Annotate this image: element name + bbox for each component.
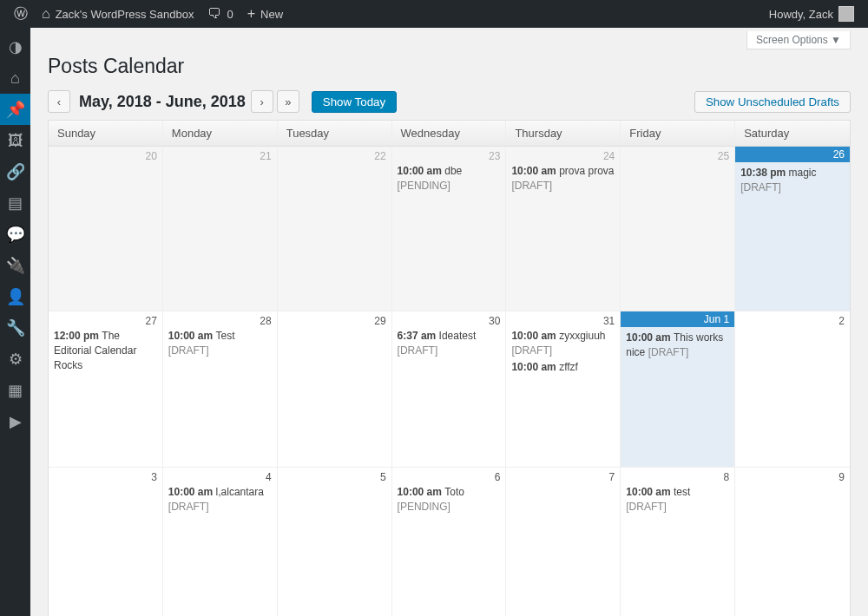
post-status: [DRAFT] — [626, 501, 667, 513]
day-number: 2 — [740, 315, 845, 327]
calendar-post[interactable]: 10:00 am This works nice [DRAFT] — [626, 331, 729, 360]
post-title: l,alcantara — [216, 486, 264, 498]
new-label: New — [260, 8, 283, 21]
calendar-post[interactable]: 10:00 am dbe [PENDING] — [398, 164, 501, 193]
collapse-icon: ▶ — [10, 412, 22, 431]
sidebar-item-settings[interactable]: ⚙ — [0, 344, 30, 375]
day-number: 29 — [283, 315, 386, 327]
calendar: SundayMondayTuesdayWednesdayThursdayFrid… — [48, 120, 851, 616]
user-icon: 👤 — [6, 287, 25, 306]
calendar-cell[interactable]: 3110:00 am zyxxgiuuh [DRAFT]10:00 am zff… — [506, 311, 621, 468]
sidebar-item-comment[interactable]: 💬 — [0, 219, 30, 250]
admin-sidebar: ◑⌂📌🖼🔗▤💬🔌👤🔧⚙▦▶ — [0, 28, 30, 616]
calendar-post[interactable]: 10:00 am prova prova [DRAFT] — [511, 164, 615, 193]
calendar-cell[interactable]: 410:00 am l,alcantara [DRAFT] — [163, 468, 278, 616]
day-header: Sunday — [49, 121, 163, 146]
post-status: [DRAFT] — [511, 180, 552, 192]
calendar-cell[interactable]: 2310:00 am dbe [PENDING] — [392, 147, 507, 311]
calendar-cell[interactable]: 22 — [278, 147, 392, 311]
day-number: 27 — [54, 315, 157, 327]
calendar-cell[interactable]: 2610:38 pm magic [DRAFT] — [735, 147, 850, 311]
calendar-cell[interactable]: 3 — [49, 468, 163, 616]
calendar-post[interactable]: 6:37 am Ideatest [DRAFT] — [398, 329, 501, 358]
avatar — [838, 6, 854, 22]
calendar-weeks: 2021222310:00 am dbe [PENDING]2410:00 am… — [49, 147, 850, 616]
sidebar-item-square[interactable]: ▦ — [0, 375, 30, 406]
sidebar-item-dashboard[interactable]: ◑ — [0, 31, 30, 62]
calendar-cell[interactable]: 7 — [506, 468, 621, 616]
calendar-cell[interactable]: 9 — [735, 468, 850, 616]
next-button[interactable]: › — [251, 90, 273, 113]
link-icon: 🔗 — [6, 162, 25, 181]
post-status: [DRAFT] — [168, 501, 209, 513]
new-link[interactable]: +New — [240, 0, 290, 28]
post-time: 10:00 am — [398, 486, 445, 498]
sidebar-item-plugin[interactable]: 🔌 — [0, 250, 30, 281]
calendar-post[interactable]: 10:00 am Test [DRAFT] — [168, 329, 272, 358]
screen-options-wrap: Screen Options ▼ — [48, 28, 851, 53]
calendar-cell[interactable]: Jun 110:00 am This works nice [DRAFT] — [621, 311, 735, 468]
calendar-post[interactable]: 10:00 am Toto [PENDING] — [398, 485, 501, 514]
calendar-cell[interactable]: 5 — [278, 468, 392, 616]
plus-icon: + — [247, 7, 255, 21]
sidebar-item-user[interactable]: 👤 — [0, 281, 30, 312]
calendar-cell[interactable]: 2810:00 am Test [DRAFT] — [163, 311, 278, 468]
sidebar-item-link[interactable]: 🔗 — [0, 156, 30, 187]
day-header: Wednesday — [392, 121, 507, 146]
post-status: [DRAFT] — [511, 344, 552, 357]
site-link[interactable]: ⌂Zack's WordPress Sandbox — [35, 0, 201, 28]
sidebar-item-page[interactable]: ▤ — [0, 187, 30, 219]
fast-forward-button[interactable]: » — [277, 90, 299, 113]
post-title: Toto — [444, 486, 464, 498]
sidebar-item-media[interactable]: 🖼 — [0, 125, 30, 156]
comments-link[interactable]: 🗨0 — [201, 0, 240, 28]
calendar-cell[interactable]: 810:00 am test [DRAFT] — [621, 468, 735, 616]
calendar-cell[interactable]: 2410:00 am prova prova [DRAFT] — [506, 147, 621, 311]
show-unscheduled-drafts-button[interactable]: Show Unscheduled Drafts — [694, 91, 851, 113]
sidebar-item-pin[interactable]: 📌 — [0, 94, 30, 125]
day-number: 4 — [168, 471, 272, 483]
sidebar-item-home[interactable]: ⌂ — [0, 62, 30, 94]
day-number: 26 — [735, 147, 850, 162]
post-title: test — [674, 486, 690, 498]
wordpress-logo[interactable]: ⓦ — [7, 0, 35, 28]
post-status: [PENDING] — [398, 501, 450, 513]
screen-options-button[interactable]: Screen Options ▼ — [746, 31, 851, 49]
calendar-cell[interactable]: 306:37 am Ideatest [DRAFT] — [392, 311, 507, 468]
calendar-post[interactable]: 12:00 pm The Editorial Calendar Rocks — [54, 329, 157, 372]
calendar-post[interactable]: 10:00 am l,alcantara [DRAFT] — [168, 485, 272, 514]
post-time: 10:00 am — [511, 361, 559, 373]
day-header: Friday — [621, 121, 735, 146]
howdy-link[interactable]: Howdy, Zack — [762, 0, 861, 28]
calendar-post[interactable]: 10:00 am test [DRAFT] — [626, 485, 729, 514]
comments-count: 0 — [227, 8, 233, 21]
calendar-cell[interactable]: 610:00 am Toto [PENDING] — [392, 468, 507, 616]
sidebar-item-collapse[interactable]: ▶ — [0, 406, 30, 437]
show-today-button[interactable]: Show Today — [312, 91, 397, 113]
howdy-text: Howdy, Zack — [769, 8, 833, 21]
post-time: 12:00 pm — [54, 330, 102, 342]
prev-button[interactable]: ‹ — [48, 90, 70, 113]
calendar-cell[interactable]: 29 — [278, 311, 392, 468]
date-range: May, 2018 - June, 2018 — [79, 93, 246, 111]
calendar-cell[interactable]: 25 — [621, 147, 735, 311]
calendar-week: 3410:00 am l,alcantara [DRAFT]5610:00 am… — [49, 468, 850, 616]
calendar-post[interactable]: 10:38 pm magic [DRAFT] — [740, 166, 845, 195]
calendar-cell[interactable]: 2712:00 pm The Editorial Calendar Rocks — [49, 311, 163, 468]
post-title: zffzf — [559, 361, 578, 373]
post-time: 10:00 am — [626, 331, 674, 344]
sidebar-item-tool[interactable]: 🔧 — [0, 312, 30, 344]
calendar-cell[interactable]: 21 — [163, 147, 278, 311]
square-icon: ▦ — [8, 381, 23, 400]
calendar-cell[interactable]: 20 — [49, 147, 163, 311]
post-time: 10:38 pm — [740, 167, 788, 179]
day-number: 8 — [626, 471, 729, 483]
calendar-post[interactable]: 10:00 am zyxxgiuuh [DRAFT] — [511, 329, 615, 358]
dashboard-icon: ◑ — [9, 37, 23, 56]
calendar-post[interactable]: 10:00 am zffzf — [511, 360, 615, 375]
post-time: 10:00 am — [626, 486, 674, 498]
day-header: Saturday — [735, 121, 850, 146]
day-number: 9 — [740, 471, 845, 483]
calendar-cell[interactable]: 2 — [735, 311, 850, 468]
calendar-week: 2021222310:00 am dbe [PENDING]2410:00 am… — [49, 147, 850, 311]
